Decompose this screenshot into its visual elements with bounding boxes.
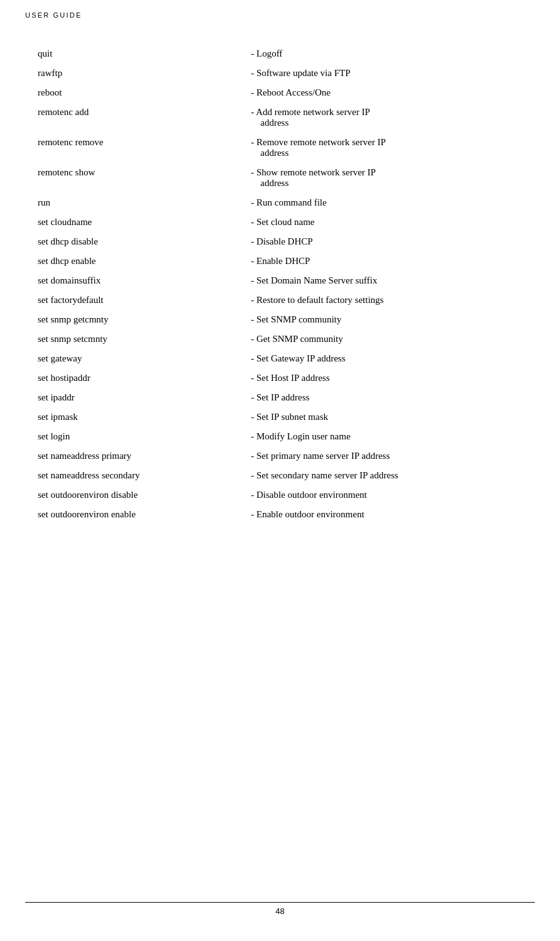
- description-cell: - Logoff: [251, 44, 522, 63]
- description-cell: - Set SNMP community: [251, 310, 522, 329]
- table-row: set outdoorenviron disable- Disable outd…: [38, 485, 522, 505]
- description-cell: - Add remote network server IPaddress: [251, 102, 522, 133]
- command-cell: remotenc remove: [38, 133, 251, 163]
- command-cell: set outdoorenviron enable: [38, 505, 251, 524]
- command-cell: set snmp setcmnty: [38, 329, 251, 349]
- table-row: remotenc remove- Remove remote network s…: [38, 133, 522, 163]
- command-table: quit- Logoffrawftp- Software update via …: [38, 44, 522, 524]
- description-cell: - Run command file: [251, 193, 522, 212]
- description-cell: - Set IP address: [251, 388, 522, 407]
- command-cell: set ipaddr: [38, 388, 251, 407]
- table-row: set outdoorenviron enable- Enable outdoo…: [38, 505, 522, 524]
- description-cell: - Reboot Access/One: [251, 83, 522, 102]
- command-cell: set factorydefault: [38, 290, 251, 310]
- command-cell: set cloudname: [38, 212, 251, 232]
- command-cell: set nameaddress primary: [38, 446, 251, 466]
- command-cell: set outdoorenviron disable: [38, 485, 251, 505]
- table-row: run- Run command file: [38, 193, 522, 212]
- page-number: 48: [275, 906, 284, 916]
- command-cell: set nameaddress secondary: [38, 466, 251, 485]
- table-row: reboot- Reboot Access/One: [38, 83, 522, 102]
- command-cell: set dhcp disable: [38, 232, 251, 251]
- description-cell: - Set Host IP address: [251, 368, 522, 388]
- command-cell: set gateway: [38, 349, 251, 368]
- description-cell: - Software update via FTP: [251, 63, 522, 83]
- header-label: USER GUIDE: [25, 11, 82, 19]
- table-row: set dhcp disable- Disable DHCP: [38, 232, 522, 251]
- table-row: set factorydefault- Restore to default f…: [38, 290, 522, 310]
- table-row: remotenc show- Show remote network serve…: [38, 163, 522, 193]
- command-cell: run: [38, 193, 251, 212]
- table-row: set gateway- Set Gateway IP address: [38, 349, 522, 368]
- description-cell: - Modify Login user name: [251, 427, 522, 446]
- description-cell: - Disable outdoor environment: [251, 485, 522, 505]
- description-cell: - Set Gateway IP address: [251, 349, 522, 368]
- command-cell: set hostipaddr: [38, 368, 251, 388]
- description-cell: - Set secondary name server IP address: [251, 466, 522, 485]
- table-row: set nameaddress secondary- Set secondary…: [38, 466, 522, 485]
- table-row: set dhcp enable- Enable DHCP: [38, 251, 522, 271]
- table-row: set ipaddr- Set IP address: [38, 388, 522, 407]
- main-content: quit- Logoffrawftp- Software update via …: [0, 19, 560, 562]
- table-row: set snmp getcmnty- Set SNMP community: [38, 310, 522, 329]
- command-cell: remotenc show: [38, 163, 251, 193]
- table-row: set login- Modify Login user name: [38, 427, 522, 446]
- command-cell: rawftp: [38, 63, 251, 83]
- command-cell: reboot: [38, 83, 251, 102]
- description-cell: - Set cloud name: [251, 212, 522, 232]
- description-cell: - Enable DHCP: [251, 251, 522, 271]
- description-cell: - Enable outdoor environment: [251, 505, 522, 524]
- description-cell: - Set Domain Name Server suffix: [251, 271, 522, 290]
- description-cell: - Get SNMP community: [251, 329, 522, 349]
- page-header: USER GUIDE: [0, 0, 560, 19]
- command-cell: quit: [38, 44, 251, 63]
- command-cell: set snmp getcmnty: [38, 310, 251, 329]
- description-cell: - Set IP subnet mask: [251, 407, 522, 427]
- table-row: set cloudname- Set cloud name: [38, 212, 522, 232]
- description-cell: - Restore to default factory settings: [251, 290, 522, 310]
- description-cell: - Set primary name server IP address: [251, 446, 522, 466]
- table-row: quit- Logoff: [38, 44, 522, 63]
- command-cell: set login: [38, 427, 251, 446]
- table-row: set nameaddress primary- Set primary nam…: [38, 446, 522, 466]
- command-cell: set dhcp enable: [38, 251, 251, 271]
- description-cell: - Disable DHCP: [251, 232, 522, 251]
- page-footer: 48: [25, 902, 535, 916]
- command-cell: set ipmask: [38, 407, 251, 427]
- description-cell: - Show remote network server IPaddress: [251, 163, 522, 193]
- table-row: remotenc add- Add remote network server …: [38, 102, 522, 133]
- command-cell: remotenc add: [38, 102, 251, 133]
- table-row: set snmp setcmnty- Get SNMP community: [38, 329, 522, 349]
- table-row: set ipmask- Set IP subnet mask: [38, 407, 522, 427]
- table-row: rawftp- Software update via FTP: [38, 63, 522, 83]
- table-row: set hostipaddr- Set Host IP address: [38, 368, 522, 388]
- command-cell: set domainsuffix: [38, 271, 251, 290]
- description-cell: - Remove remote network server IPaddress: [251, 133, 522, 163]
- table-row: set domainsuffix- Set Domain Name Server…: [38, 271, 522, 290]
